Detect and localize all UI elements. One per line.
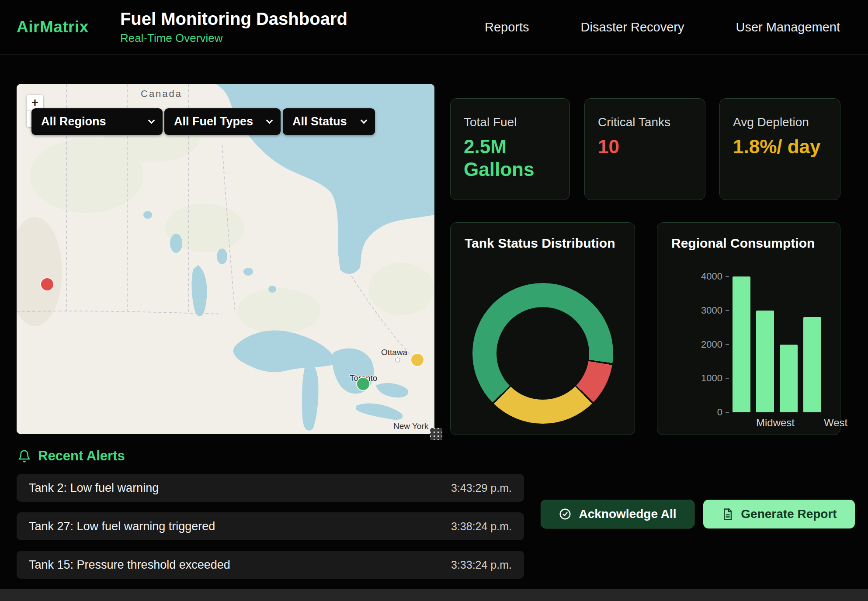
nav-disaster-recovery[interactable]: Disaster Recovery bbox=[581, 20, 684, 35]
acknowledge-all-label: Acknowledge All bbox=[579, 507, 676, 521]
bar-1 bbox=[733, 276, 750, 412]
bar-x-label: West bbox=[824, 417, 847, 429]
alert-message: Tank 2: Low fuel warning bbox=[29, 481, 159, 495]
resize-grip[interactable] bbox=[430, 428, 442, 440]
alert-timestamp: 3:33:24 p.m. bbox=[451, 559, 512, 571]
y-tick-label: 1000 bbox=[701, 373, 722, 384]
stat-value: 10 bbox=[598, 135, 692, 158]
header: AirMatrix Fuel Monitoring Dashboard Real… bbox=[0, 0, 868, 55]
alert-row[interactable]: Tank 27: Low fuel warning triggered 3:38… bbox=[17, 512, 524, 540]
y-tick-label: 0 bbox=[717, 407, 722, 418]
brand-logo[interactable]: AirMatrix bbox=[17, 18, 89, 36]
y-tick-label: 4000 bbox=[701, 271, 722, 282]
document-icon bbox=[721, 508, 734, 521]
chevron-down-icon bbox=[148, 117, 155, 124]
acknowledge-all-button[interactable]: Acknowledge All bbox=[541, 500, 694, 528]
generate-report-button[interactable]: Generate Report bbox=[703, 500, 855, 528]
recent-alerts-title: Recent Alerts bbox=[38, 448, 125, 464]
alert-timestamp: 3:43:29 p.m. bbox=[451, 482, 512, 494]
region-filter-value: All Regions bbox=[41, 115, 106, 128]
alert-row[interactable]: Tank 15: Pressure threshold exceeded 3:3… bbox=[17, 551, 524, 579]
stat-card-critical-tanks: Critical Tanks 10 bbox=[584, 98, 705, 200]
country-label: Canada bbox=[141, 88, 182, 99]
city-label-ottawa: Ottawa bbox=[381, 348, 408, 357]
city-dot-ottawa bbox=[396, 358, 400, 362]
bell-icon bbox=[17, 449, 31, 463]
bar-3 bbox=[780, 345, 798, 413]
bar-x-label: Midwest bbox=[756, 417, 795, 429]
donut-chart-title: Tank Status Distribution bbox=[465, 236, 621, 251]
check-circle-icon bbox=[559, 508, 572, 521]
tank-marker-warning[interactable] bbox=[411, 353, 424, 366]
map-canvas: Canada Ottawa Toronto New York bbox=[17, 84, 434, 434]
fuel-type-filter-dropdown[interactable]: All Fuel Types bbox=[164, 108, 281, 135]
status-filter-dropdown[interactable]: All Status bbox=[283, 108, 375, 135]
recent-alerts-heading: Recent Alerts bbox=[17, 448, 125, 464]
tank-marker-critical[interactable] bbox=[41, 278, 54, 291]
y-tick-label: 3000 bbox=[701, 305, 722, 316]
bar-chart-y-axis: 40003000200010000 bbox=[669, 276, 729, 412]
generate-report-label: Generate Report bbox=[741, 507, 837, 521]
donut-ring bbox=[472, 283, 613, 424]
title-block: Fuel Monitoring Dashboard Real-Time Over… bbox=[120, 9, 347, 45]
tank-marker-normal[interactable] bbox=[357, 377, 370, 390]
stat-label: Total Fuel bbox=[464, 115, 556, 129]
stat-label: Critical Tanks bbox=[598, 115, 692, 129]
bar-chart-bars bbox=[733, 276, 825, 412]
footer-bar bbox=[0, 589, 868, 601]
status-filter-value: All Status bbox=[292, 115, 347, 128]
stat-card-avg-depletion: Avg Depletion 1.8%/ day bbox=[719, 98, 840, 200]
city-label-newyork: New York bbox=[393, 421, 429, 431]
chevron-down-icon bbox=[266, 117, 273, 124]
alert-message: Tank 15: Pressure threshold exceeded bbox=[29, 558, 230, 572]
regional-consumption-card: Regional Consumption 40003000200010000 M… bbox=[657, 222, 840, 435]
stat-label: Avg Depletion bbox=[733, 115, 827, 129]
tank-map[interactable]: Canada Ottawa Toronto New York + − All R… bbox=[17, 84, 434, 434]
bar-2 bbox=[756, 311, 774, 412]
y-tick-label: 2000 bbox=[701, 339, 722, 350]
chevron-down-icon bbox=[361, 117, 368, 124]
region-filter-dropdown[interactable]: All Regions bbox=[31, 108, 163, 135]
stat-value: 1.8%/ day bbox=[733, 135, 827, 158]
stat-card-total-fuel: Total Fuel 2.5M Gallons bbox=[450, 98, 570, 200]
alert-timestamp: 3:38:24 p.m. bbox=[451, 520, 512, 533]
nav-reports[interactable]: Reports bbox=[485, 20, 529, 35]
bar-4 bbox=[803, 317, 821, 412]
tank-status-distribution-card: Tank Status Distribution bbox=[450, 222, 635, 435]
nav-user-management[interactable]: User Management bbox=[736, 20, 840, 35]
alert-row[interactable]: Tank 2: Low fuel warning 3:43:29 p.m. bbox=[17, 474, 524, 502]
bar-chart-x-labels: MidwestWest bbox=[733, 417, 825, 429]
fuel-filter-value: All Fuel Types bbox=[174, 115, 253, 128]
main-nav: Reports Disaster Recovery User Managemen… bbox=[485, 20, 840, 35]
stat-value: 2.5M Gallons bbox=[464, 135, 556, 181]
page-subtitle: Real-Time Overview bbox=[120, 31, 347, 45]
page-title: Fuel Monitoring Dashboard bbox=[120, 9, 347, 29]
donut-hole bbox=[496, 307, 589, 400]
fuel-monitoring-dashboard: AirMatrix Fuel Monitoring Dashboard Real… bbox=[0, 0, 868, 601]
alert-message: Tank 27: Low fuel warning triggered bbox=[29, 520, 215, 533]
bar-chart-title: Regional Consumption bbox=[671, 236, 826, 251]
